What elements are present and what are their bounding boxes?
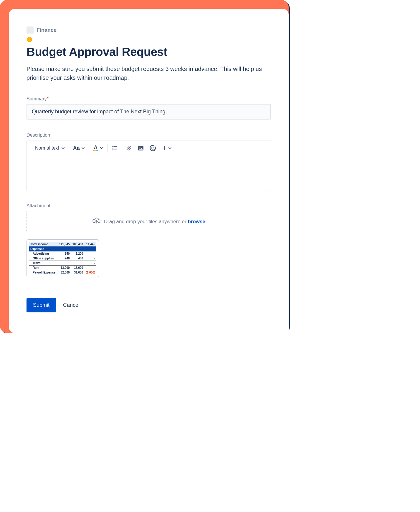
attachment-label: Attachment	[27, 203, 271, 208]
upload-cloud-icon	[92, 218, 100, 226]
image-icon[interactable]	[138, 145, 144, 151]
svg-rect-6	[30, 39, 30, 40]
chevron-down-icon	[62, 147, 65, 149]
summary-input[interactable]	[27, 104, 271, 120]
svg-rect-13	[138, 146, 143, 150]
attachment-thumbnail[interactable]: Total income 111,845 100,400 11,445 Expe…	[27, 239, 99, 277]
link-icon[interactable]	[126, 145, 132, 151]
chevron-down-icon	[168, 147, 171, 149]
chevron-down-icon	[82, 147, 85, 149]
attachment-field: Attachment Drag and drop your files anyw…	[27, 203, 271, 277]
svg-rect-12	[113, 150, 117, 150]
dropzone-text: Drag and drop your files anywhere or bro…	[104, 219, 205, 225]
mention-icon[interactable]	[150, 145, 156, 151]
summary-label: Summary*	[27, 96, 271, 102]
editor-toolbar: Normal text Aa	[27, 140, 271, 156]
description-field: Description Normal text Aa	[27, 132, 271, 191]
summary-field: Summary*	[27, 96, 271, 132]
project-icon	[27, 26, 34, 34]
more-dropdown[interactable]	[162, 146, 171, 150]
bullet-list-icon[interactable]	[112, 146, 118, 150]
svg-point-9	[112, 148, 113, 148]
cancel-button[interactable]: Cancel	[63, 302, 80, 308]
description-label: Description	[27, 132, 271, 138]
svg-rect-8	[113, 146, 117, 147]
browse-link[interactable]: browse	[188, 219, 205, 224]
outer-frame: Finance Budget Approval Request Please m…	[0, 0, 289, 333]
description-input[interactable]	[27, 156, 271, 191]
text-color-dropdown[interactable]: A	[93, 145, 103, 151]
page-title: Budget Approval Request	[27, 45, 271, 59]
text-format-dropdown[interactable]: Aa	[73, 145, 85, 151]
chevron-down-icon	[100, 147, 103, 149]
svg-point-7	[112, 146, 113, 147]
attachment-dropzone[interactable]: Drag and drop your files anywhere or bro…	[27, 211, 271, 232]
form-card: Finance Budget Approval Request Please m…	[9, 9, 289, 333]
svg-point-11	[112, 149, 113, 150]
svg-rect-4	[29, 39, 29, 40]
svg-rect-10	[113, 148, 117, 148]
submit-button[interactable]: Submit	[27, 298, 56, 312]
breadcrumb: Finance	[27, 26, 271, 34]
coin-icon	[27, 37, 32, 44]
rich-text-editor: Normal text Aa	[27, 140, 271, 191]
breadcrumb-label[interactable]: Finance	[37, 27, 57, 33]
intro-text: Please make sure you submit these budget…	[27, 64, 271, 82]
form-actions: Submit Cancel	[27, 298, 271, 312]
text-style-dropdown[interactable]: Normal text	[35, 145, 65, 151]
svg-point-14	[139, 147, 140, 148]
svg-rect-5	[29, 39, 30, 40]
svg-rect-3	[28, 40, 31, 40]
preview-spreadsheet: Total income 111,845 100,400 11,445 Expe…	[29, 242, 96, 275]
